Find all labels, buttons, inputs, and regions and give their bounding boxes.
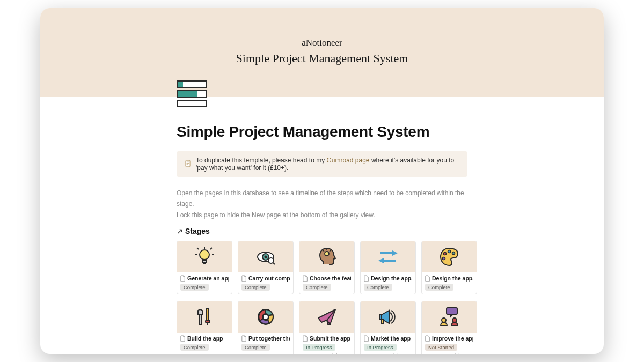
document-icon <box>303 335 308 342</box>
card-body: Market the app In Progress 3 steps remai… <box>361 333 415 354</box>
status-badge: Complete <box>425 284 453 291</box>
stage-title-row: Design the apps use... <box>364 275 412 282</box>
stage-title-row: Improve the app bas... <box>425 335 473 342</box>
card-cover <box>422 241 477 272</box>
stage-title-row: Carry out competitiv... <box>241 275 290 282</box>
stage-remaining: 3 steps remaining <box>364 352 412 354</box>
card-cover <box>238 301 293 333</box>
status-badge: Not Started <box>425 344 457 351</box>
hero-author: aNotioneer <box>40 8 604 48</box>
status-badge: Complete <box>180 344 209 351</box>
svg-rect-0 <box>186 160 190 167</box>
card-cover <box>177 301 232 333</box>
stage-title-row: Submit the app to th... <box>303 335 351 342</box>
page-title: Simple Project Management System <box>177 123 467 141</box>
document-icon <box>241 335 247 342</box>
stage-title: Market the app <box>371 335 411 342</box>
tools-icon <box>194 306 215 328</box>
stage-title-row: Design the apps use... <box>425 275 473 282</box>
hero-banner: aNotioneer Simple Project Management Sys… <box>40 8 604 97</box>
stage-card[interactable]: Market the app In Progress 3 steps remai… <box>360 301 416 354</box>
card-cover <box>299 241 354 272</box>
callout-text: To duplicate this template, please head … <box>196 157 460 172</box>
stage-card[interactable]: Carry out competitiv... Complete <box>238 241 294 294</box>
document-icon <box>180 275 186 282</box>
app-window: aNotioneer Simple Project Management Sys… <box>40 8 604 354</box>
palette-icon <box>438 246 460 268</box>
page-icon-progress-bars-icon <box>177 80 207 110</box>
page-icon <box>184 160 192 169</box>
status-badge: Complete <box>364 284 392 291</box>
stage-card[interactable]: Build the app Complete <box>177 301 232 354</box>
status-badge: Complete <box>180 284 209 291</box>
stage-card[interactable]: Design the apps use... Complete <box>421 241 477 294</box>
card-body: Improve the app bas... Not Started 1 ste… <box>422 333 477 354</box>
card-cover <box>361 241 415 272</box>
help-text: Open the pages in this database to see a… <box>177 188 467 220</box>
help-line-1: Open the pages in this database to see a… <box>177 188 467 210</box>
stage-title-row: Generate an app idea <box>180 275 229 282</box>
help-line-2: Lock this page to hide the New page at t… <box>177 210 467 220</box>
card-body: Design the apps use... Complete <box>422 272 477 294</box>
stage-title: Generate an app idea <box>187 275 229 282</box>
stage-title-row: Choose the features... <box>303 275 351 282</box>
stage-title-row: Market the app <box>364 335 412 342</box>
status-badge: Complete <box>303 284 331 291</box>
stage-remaining: 1 steps remaining <box>425 352 473 354</box>
eye-icon <box>255 246 276 268</box>
status-badge: In Progress <box>303 344 335 351</box>
card-cover <box>177 241 232 272</box>
stage-card[interactable]: Choose the features... Complete <box>299 241 355 294</box>
status-badge: Complete <box>241 344 270 351</box>
stage-title: Carry out competitiv... <box>248 275 290 282</box>
lightbulb-icon <box>194 246 215 268</box>
stage-title-row: Build the app <box>180 335 229 342</box>
document-icon <box>364 335 369 342</box>
page-content: Simple Project Management System To dupl… <box>40 123 604 354</box>
stage-card[interactable]: Submit the app to th... In Progress 3 st… <box>299 301 355 354</box>
stage-title: Design the apps use... <box>432 275 473 282</box>
hero-title: Simple Project Management System <box>40 51 604 65</box>
stage-card[interactable]: Improve the app bas... Not Started 1 ste… <box>421 301 477 354</box>
callout-block: To duplicate this template, please head … <box>177 151 467 177</box>
open-arrow-icon: ↗ <box>177 227 183 235</box>
card-body: Submit the app to th... In Progress 3 st… <box>299 333 354 354</box>
card-body: Choose the features... Complete <box>299 272 354 294</box>
status-badge: Complete <box>241 284 270 291</box>
stage-title-row: Put together the ma... <box>241 335 290 342</box>
stage-title: Design the apps use... <box>371 275 412 282</box>
stage-title: Submit the app to th... <box>310 335 351 342</box>
megaphone-icon <box>377 306 399 328</box>
stage-card[interactable]: Generate an app idea Complete <box>177 241 232 294</box>
document-icon <box>303 275 308 282</box>
stage-remaining: 3 steps remaining <box>303 352 351 354</box>
document-icon <box>425 335 430 342</box>
card-cover <box>422 301 477 333</box>
card-body: Carry out competitiv... Complete <box>238 272 293 294</box>
paperplane-icon <box>316 306 338 328</box>
stage-card[interactable]: Put together the ma... Complete <box>238 301 294 354</box>
stage-title: Build the app <box>187 335 223 342</box>
stage-title: Improve the app bas... <box>432 335 473 342</box>
stage-title: Choose the features... <box>310 275 351 282</box>
card-body: Build the app Complete <box>177 333 232 354</box>
donut-icon <box>255 306 276 328</box>
card-cover <box>299 301 354 333</box>
arrows-icon <box>377 246 399 268</box>
card-cover <box>238 241 293 272</box>
card-body: Generate an app idea Complete <box>177 272 232 294</box>
head-idea-icon <box>316 246 338 268</box>
document-icon <box>425 275 430 282</box>
status-badge: In Progress <box>364 344 397 351</box>
document-icon <box>364 275 369 282</box>
database-title[interactable]: ↗Stages <box>177 227 467 235</box>
stages-gallery: Generate an app idea Complete Carry out … <box>177 241 467 354</box>
stage-card[interactable]: Design the apps use... Complete <box>360 241 416 294</box>
feedback-icon <box>438 306 460 328</box>
document-icon <box>180 335 186 342</box>
stage-title: Put together the ma... <box>248 335 290 342</box>
card-body: Design the apps use... Complete <box>361 272 415 294</box>
gumroad-link[interactable]: Gumroad page <box>326 157 369 164</box>
card-body: Put together the ma... Complete <box>238 333 293 354</box>
document-icon <box>241 275 247 282</box>
